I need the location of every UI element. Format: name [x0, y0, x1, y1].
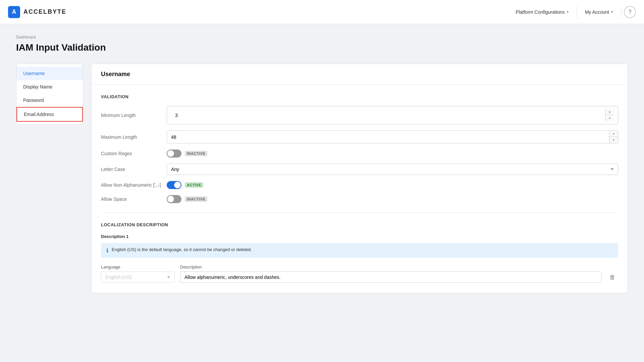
letter-case-input-wrap: Any Lowercase Uppercase — [167, 164, 618, 175]
description-form-row: Language English (US) Description 🗑 — [101, 264, 618, 284]
custom-regex-row: Custom Regex INACTIVE — [101, 149, 618, 158]
page-title: IAM Input Validation — [16, 42, 628, 53]
sidebar-item-display-name[interactable]: Display Name — [16, 80, 83, 94]
description-column: Description — [180, 264, 601, 283]
panel-title: Username — [101, 71, 618, 78]
my-account-chevron-icon: ▾ — [611, 10, 613, 14]
allow-space-badge: INACTIVE — [185, 196, 207, 202]
main-panel: Username VALIDATION Minimum Length 3 ▲ ▼ — [91, 64, 628, 293]
min-length-spinner: ▲ ▼ — [605, 109, 614, 121]
custom-regex-toggle-knob — [167, 150, 174, 157]
custom-regex-toggle[interactable] — [167, 149, 181, 158]
panel-body: VALIDATION Minimum Length 3 ▲ ▼ — [92, 85, 628, 293]
custom-regex-badge: INACTIVE — [185, 151, 207, 156]
breadcrumb: Dashboard — [16, 35, 628, 40]
help-icon: ? — [629, 9, 632, 15]
allow-non-alpha-label: Allow Non Alphanumeric [',.-] — [101, 182, 161, 188]
help-button[interactable]: ? — [624, 6, 636, 18]
min-length-field: 3 ▲ ▼ — [167, 106, 618, 124]
max-length-spinner: ▲ ▼ — [609, 131, 618, 143]
custom-regex-toggle-row: INACTIVE — [167, 149, 207, 158]
header-actions: Platform Configurations ▾ My Account ▾ ? — [510, 6, 636, 18]
min-length-decrement[interactable]: ▼ — [605, 116, 614, 121]
allow-non-alpha-row: Allow Non Alphanumeric [',.-] ACTIVE — [101, 181, 618, 189]
min-length-row: Minimum Length 3 ▲ ▼ — [101, 106, 618, 124]
max-length-row: Maximum Length 48 ▲ ▼ — [101, 130, 618, 143]
localization-section-title: LOCALIZATION DESCRIPTION — [101, 222, 618, 227]
header-divider — [577, 6, 577, 18]
allow-non-alpha-toggle-row: ACTIVE — [167, 181, 203, 189]
max-length-input-wrap: 48 ▲ ▼ — [167, 130, 618, 143]
max-length-decrement[interactable]: ▼ — [609, 137, 618, 143]
trash-icon: 🗑 — [609, 274, 615, 281]
app-logo: A — [8, 6, 20, 18]
allow-space-label: Allow Space — [101, 196, 161, 202]
delete-description-button[interactable]: 🗑 — [607, 271, 618, 284]
letter-case-label: Letter Case — [101, 167, 161, 172]
language-column: Language English (US) — [101, 264, 175, 283]
min-length-input-wrap: 3 ▲ ▼ — [167, 106, 618, 124]
language-select[interactable]: English (US) — [101, 272, 175, 283]
platform-configurations-button[interactable]: Platform Configurations ▾ — [510, 7, 574, 17]
language-field-label: Language — [101, 264, 175, 269]
panel-header: Username — [92, 64, 628, 85]
description-field-label: Description — [180, 264, 601, 269]
header-divider-2 — [621, 6, 621, 18]
allow-non-alpha-toggle-knob — [174, 182, 181, 188]
max-length-increment[interactable]: ▲ — [609, 131, 618, 137]
allow-space-toggle[interactable] — [167, 195, 181, 203]
info-icon: ℹ — [106, 247, 108, 254]
allow-space-toggle-knob — [167, 196, 174, 202]
sidebar-item-email-address[interactable]: Email Address — [16, 107, 83, 122]
header-logo-area: A ACCELBYTE — [8, 6, 66, 18]
allow-space-toggle-row: INACTIVE — [167, 195, 207, 203]
min-length-increment[interactable]: ▲ — [605, 109, 614, 115]
content-layout: Username Display Name Password Email Add… — [16, 64, 628, 293]
validation-section-title: VALIDATION — [101, 94, 618, 99]
description-input[interactable] — [180, 272, 601, 283]
section-divider — [101, 213, 618, 213]
min-length-label: Minimum Length — [101, 113, 161, 118]
brand-name: ACCELBYTE — [23, 8, 66, 15]
description-1-label: Description 1 — [101, 234, 618, 239]
platform-config-chevron-icon: ▾ — [567, 10, 569, 14]
app-header: A ACCELBYTE Platform Configurations ▾ My… — [0, 0, 644, 24]
min-length-input[interactable]: 3 — [171, 110, 605, 121]
max-length-input[interactable]: 48 — [167, 131, 609, 143]
allow-non-alpha-badge: ACTIVE — [185, 182, 203, 188]
letter-case-row: Letter Case Any Lowercase Uppercase — [101, 164, 618, 175]
my-account-button[interactable]: My Account ▾ — [580, 7, 618, 17]
info-banner-text: English (US) is the default language, so… — [112, 247, 252, 252]
info-banner: ℹ English (US) is the default language, … — [101, 243, 618, 258]
letter-case-select[interactable]: Any Lowercase Uppercase — [167, 164, 618, 175]
max-length-label: Maximum Length — [101, 134, 161, 140]
sidebar-item-password[interactable]: Password — [16, 94, 83, 107]
main-content: Dashboard IAM Input Validation Username … — [0, 24, 644, 304]
sidebar-item-username[interactable]: Username — [16, 67, 83, 80]
allow-non-alpha-toggle[interactable] — [167, 181, 181, 189]
allow-space-row: Allow Space INACTIVE — [101, 195, 618, 203]
sidebar: Username Display Name Password Email Add… — [16, 64, 83, 125]
max-length-field: 48 ▲ ▼ — [167, 130, 618, 143]
custom-regex-label: Custom Regex — [101, 151, 161, 156]
